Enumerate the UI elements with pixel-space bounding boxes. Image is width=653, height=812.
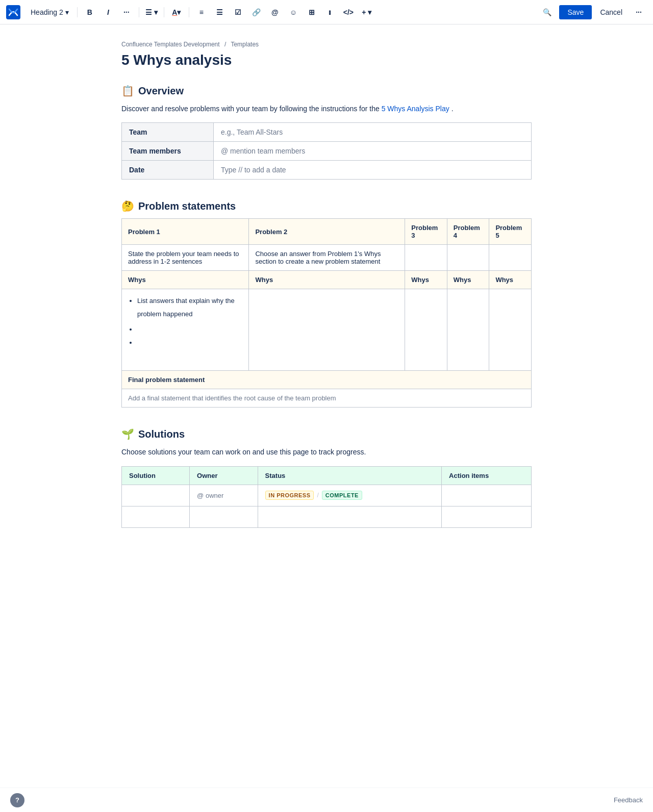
confluence-logo <box>6 5 20 19</box>
toolbar: Heading 2 ▾ B I ··· ☰ ▾ A ▾ ≡ ☰ ☑ 🔗 @ ☺ … <box>0 0 653 24</box>
problem-col-1: Problem 1 <box>122 219 249 245</box>
solutions-heading-text: Solutions <box>138 428 185 440</box>
whys-2-content[interactable] <box>249 289 405 371</box>
whys-1-content[interactable]: List answers that explain why the proble… <box>122 289 249 371</box>
overview-section: 📋 Overview Discover and resolve problems… <box>121 85 532 180</box>
align-button[interactable]: ☰ ▾ <box>143 4 160 20</box>
help-button[interactable]: ? <box>10 793 24 807</box>
columns-button[interactable]: ⫾ <box>322 4 338 20</box>
team-members-label: Team members <box>122 142 214 161</box>
problem-col-3: Problem 3 <box>405 219 447 245</box>
whys-header-row: Whys Whys Whys Whys Whys <box>122 271 532 289</box>
heading-chevron-icon: ▾ <box>65 8 69 16</box>
problem-emoji: 🤔 <box>121 200 134 212</box>
toolbar-right: 🔍 Save Cancel ··· <box>539 4 647 20</box>
save-button[interactable]: Save <box>559 5 592 19</box>
overview-table: Team e.g., Team All-Stars Team members @… <box>121 122 532 180</box>
whys-header-1: Whys <box>122 271 249 289</box>
italic-button[interactable]: I <box>100 4 116 20</box>
code-button[interactable]: </> <box>340 4 357 20</box>
badge-separator: / <box>317 492 318 499</box>
problem-statements-section: 🤔 Problem statements Problem 1 Problem 2… <box>121 200 532 408</box>
team-label: Team <box>122 123 214 142</box>
problem-4-desc[interactable] <box>447 245 489 271</box>
whys-1-list: List answers that explain why the proble… <box>128 294 242 321</box>
solutions-heading: 🌱 Solutions <box>121 428 532 440</box>
overview-emoji: 📋 <box>121 85 134 97</box>
final-statement-header-row: Final problem statement <box>122 371 532 389</box>
toolbar-divider-3 <box>164 7 164 17</box>
task-button[interactable]: ☑ <box>230 4 246 20</box>
team-value[interactable]: e.g., Team All-Stars <box>214 123 532 142</box>
plus-button[interactable]: + ▾ <box>359 4 375 20</box>
final-statement-content[interactable]: Add a final statement that identifies th… <box>122 389 532 408</box>
owner-1-value[interactable]: @ owner <box>190 485 258 506</box>
problem-col-2: Problem 2 <box>249 219 405 245</box>
text-color-button[interactable]: A ▾ <box>168 4 185 20</box>
bullet-list-button[interactable]: ≡ <box>193 4 210 20</box>
overview-desc-post: . <box>451 105 454 113</box>
emoji-button[interactable]: ☺ <box>285 4 302 20</box>
problem-3-desc[interactable] <box>405 245 447 271</box>
feedback-link[interactable]: Feedback <box>614 796 643 804</box>
date-value[interactable]: Type // to add a date <box>214 161 532 180</box>
content-area: Confluence Templates Development / Templ… <box>97 24 556 589</box>
toolbar-divider-1 <box>77 7 78 17</box>
solutions-section: 🌱 Solutions Choose solutions your team c… <box>121 428 532 527</box>
problem-col-5: Problem 5 <box>489 219 532 245</box>
table-row: Date Type // to add a date <box>122 161 532 180</box>
table-button[interactable]: ⊞ <box>304 4 320 20</box>
solutions-table: Solution Owner Status Action items @ own… <box>121 466 532 528</box>
action-items-2-value[interactable] <box>442 506 532 527</box>
breadcrumb-link-2[interactable]: Templates <box>231 41 259 48</box>
status-badges: IN PROGRESS / COMPLETE <box>265 491 435 500</box>
status-1-value: IN PROGRESS / COMPLETE <box>258 485 442 506</box>
more-options-button[interactable]: ··· <box>631 4 647 20</box>
status-col: Status <box>258 466 442 485</box>
search-icon: 🔍 <box>543 8 551 16</box>
date-label: Date <box>122 161 214 180</box>
numbered-list-button[interactable]: ☰ <box>212 4 228 20</box>
problem-5-desc[interactable] <box>489 245 532 271</box>
whys-header-2: Whys <box>249 271 405 289</box>
breadcrumb-link-1[interactable]: Confluence Templates Development <box>121 41 220 48</box>
mention-button[interactable]: @ <box>267 4 283 20</box>
toolbar-divider-2 <box>139 7 139 17</box>
complete-badge[interactable]: COMPLETE <box>322 491 362 500</box>
problem-desc-row: State the problem your team needs to add… <box>122 245 532 271</box>
whys-4-content[interactable] <box>447 289 489 371</box>
heading-selector[interactable]: Heading 2 ▾ <box>27 6 73 18</box>
action-items-1-value[interactable] <box>442 485 532 506</box>
table-row: @ owner IN PROGRESS / COMPLETE <box>122 485 532 506</box>
whys-5-content[interactable] <box>489 289 532 371</box>
overview-link[interactable]: 5 Whys Analysis Play <box>382 105 449 113</box>
problem-2-desc[interactable]: Choose an answer from Problem 1's Whys s… <box>249 245 405 271</box>
solution-1-value[interactable] <box>122 485 190 506</box>
whys-3-content[interactable] <box>405 289 447 371</box>
breadcrumb: Confluence Templates Development / Templ… <box>121 41 532 48</box>
list-item[interactable] <box>137 323 242 336</box>
more-format-button[interactable]: ··· <box>118 4 135 20</box>
bold-button[interactable]: B <box>82 4 98 20</box>
final-statement-header: Final problem statement <box>122 371 532 389</box>
overview-heading: 📋 Overview <box>121 85 532 97</box>
search-button[interactable]: 🔍 <box>539 4 555 20</box>
solution-2-value[interactable] <box>122 506 190 527</box>
status-2-value[interactable] <box>258 506 442 527</box>
problem-1-desc[interactable]: State the problem your team needs to add… <box>122 245 249 271</box>
overview-description: Discover and resolve problems with your … <box>121 103 532 114</box>
list-item[interactable] <box>137 336 242 349</box>
footer: ? Feedback <box>0 788 653 812</box>
whys-header-4: Whys <box>447 271 489 289</box>
list-item[interactable]: List answers that explain why the proble… <box>137 294 242 321</box>
link-button[interactable]: 🔗 <box>248 4 265 20</box>
problem-statements-heading: 🤔 Problem statements <box>121 200 532 212</box>
table-row <box>122 506 532 527</box>
team-members-value[interactable]: @ mention team members <box>214 142 532 161</box>
whys-header-5: Whys <box>489 271 532 289</box>
toolbar-divider-4 <box>189 7 189 17</box>
problem-col-4: Problem 4 <box>447 219 489 245</box>
cancel-button[interactable]: Cancel <box>596 5 626 19</box>
in-progress-badge[interactable]: IN PROGRESS <box>265 491 314 500</box>
owner-2-value[interactable] <box>190 506 258 527</box>
